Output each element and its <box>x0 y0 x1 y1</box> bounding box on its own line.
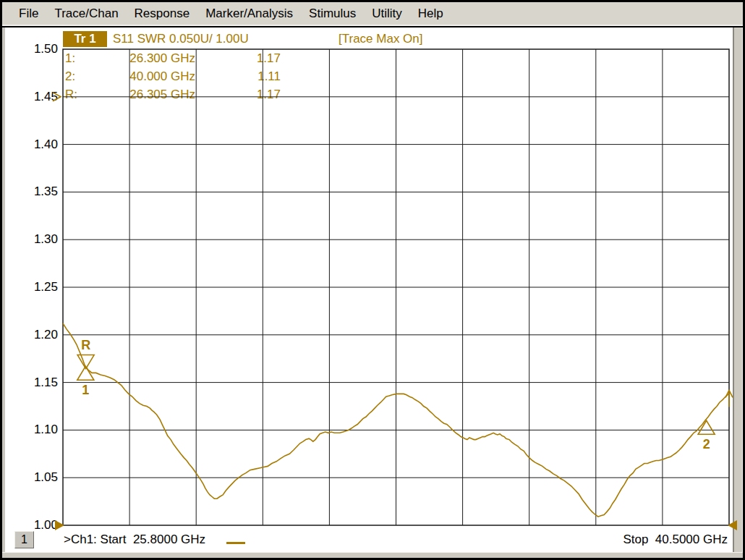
sweep-start-label: >Ch1: Start 25.8000 GHz <box>64 533 205 547</box>
trace-plot: 12R <box>0 0 745 560</box>
marker-2-label: 2 <box>703 437 710 451</box>
trace-end-arrow-icon <box>725 390 733 407</box>
channel-button[interactable]: 1 <box>14 531 34 548</box>
sweep-stop-label: Stop 40.5000 GHz <box>587 533 728 547</box>
marker-2-symbol[interactable] <box>698 420 715 434</box>
marker-R-label: R <box>81 338 90 352</box>
trace-color-dash <box>226 542 245 544</box>
marker-1-label: 1 <box>82 383 89 397</box>
reference-level-indicator <box>53 93 61 101</box>
analyzer-window: File Trace/Chan Response Marker/Analysis… <box>0 0 745 560</box>
